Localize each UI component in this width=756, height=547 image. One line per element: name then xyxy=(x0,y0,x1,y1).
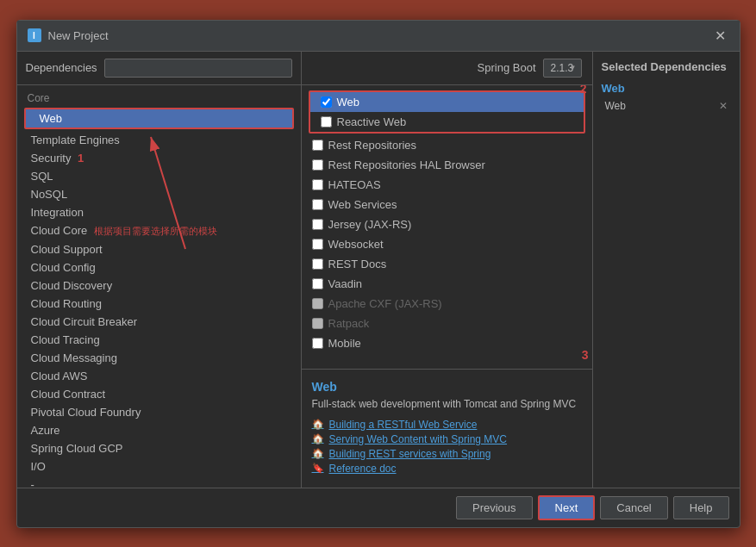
dep-item-web-services[interactable]: Web Services xyxy=(302,195,592,214)
left-header: Dependencies xyxy=(17,52,301,85)
dep-item-rest-repos-hal[interactable]: Rest Repositories HAL Browser xyxy=(302,155,592,175)
selected-dep-name: Web xyxy=(605,100,626,112)
dep-item-websocket[interactable]: Websocket xyxy=(302,234,592,254)
remove-web-button[interactable]: ✕ xyxy=(719,100,728,112)
sidebar-item-cloud-circuit-breaker[interactable]: Cloud Circuit Breaker xyxy=(17,313,301,331)
next-button[interactable]: Next xyxy=(538,495,596,520)
dep-item-rest-repos[interactable]: Rest Repositories xyxy=(302,135,592,155)
sidebar-item-cloud-support[interactable]: Cloud Support xyxy=(17,240,301,258)
bottom-bar: Previous Next Cancel Help xyxy=(17,488,740,527)
checkbox-rest-repos-hal[interactable] xyxy=(312,159,323,171)
bookmark-icon: 🔖 xyxy=(312,463,324,474)
content-area: Dependencies Core Web Template Engines S… xyxy=(17,52,740,488)
checkbox-rest-repos[interactable] xyxy=(312,140,323,151)
search-input[interactable] xyxy=(104,59,292,78)
sidebar-item-cloud-contract[interactable]: Cloud Contract xyxy=(17,385,301,403)
dep-item-web[interactable]: Web xyxy=(310,92,584,112)
dep-item-ratpack: Ratpack xyxy=(302,314,592,333)
dep-item-jersey[interactable]: Jersey (JAX-RS) xyxy=(302,214,592,234)
help-button[interactable]: Help xyxy=(673,496,729,519)
sidebar-item-nosql[interactable]: NoSQL xyxy=(17,185,301,203)
checkbox-hateoas[interactable] xyxy=(312,179,323,190)
sidebar-item-pivotal-cloud-foundry[interactable]: Pivotal Cloud Foundry xyxy=(17,403,301,421)
sidebar-item-cloud-aws[interactable]: Cloud AWS xyxy=(17,367,301,385)
checkbox-websocket[interactable] xyxy=(312,239,323,250)
desc-title: Web xyxy=(312,380,582,394)
version-wrapper: 2.1.3 2.1.2 2.0.9 xyxy=(543,59,582,78)
checkbox-web[interactable] xyxy=(321,96,332,108)
version-select[interactable]: 2.1.3 2.1.2 2.0.9 xyxy=(543,59,582,78)
sidebar-item-dash[interactable]: - xyxy=(17,476,301,488)
home-icon-3: 🏠 xyxy=(312,448,324,459)
checkbox-rest-docs[interactable] xyxy=(312,258,323,270)
mid-panel: Spring Boot 2.1.3 2.1.2 2.0.9 Web xyxy=(302,52,593,488)
sidebar-item-cloud-routing[interactable]: Cloud Routing xyxy=(17,295,301,313)
home-icon-2: 🏠 xyxy=(312,433,324,444)
category-core: Core xyxy=(17,89,301,106)
sidebar-item-io[interactable]: I/O xyxy=(17,457,301,476)
sidebar-item-cloud-messaging[interactable]: Cloud Messaging xyxy=(17,349,301,367)
sidebar-item-cloud-discovery[interactable]: Cloud Discovery xyxy=(17,277,301,295)
new-project-dialog: I New Project ✕ Dependencies Core Web Te… xyxy=(16,20,740,528)
sidebar-item-spring-cloud-gcp[interactable]: Spring Cloud GCP xyxy=(17,439,301,457)
web-outlined-group: Web xyxy=(24,108,294,129)
dep-item-mobile[interactable]: Mobile xyxy=(302,333,592,353)
left-list: Core Web Template Engines Security 1 SQL… xyxy=(17,85,301,488)
checkbox-vaadin[interactable] xyxy=(312,278,323,289)
dep-item-rest-docs[interactable]: REST Docs xyxy=(302,254,592,274)
selected-dep-item-web: Web ✕ xyxy=(602,98,731,114)
checkbox-reactive-web[interactable] xyxy=(321,116,332,127)
close-button[interactable]: ✕ xyxy=(711,28,729,44)
desc-link-2[interactable]: 🏠 Serving Web Content with Spring MVC xyxy=(312,433,582,445)
desc-link-1[interactable]: 🏠 Building a RESTful Web Service xyxy=(312,419,582,431)
desc-link-4[interactable]: 🔖 Reference doc xyxy=(312,463,582,475)
sidebar-item-cloud-config[interactable]: Cloud Config xyxy=(17,258,301,277)
sidebar-item-sql[interactable]: SQL xyxy=(17,167,301,185)
sidebar-item-web[interactable]: Web xyxy=(26,109,292,127)
annotation-3: 3 xyxy=(582,348,589,362)
checkbox-apache-cxf xyxy=(312,298,323,309)
sidebar-item-security[interactable]: Security 1 xyxy=(17,149,301,167)
desc-link-3[interactable]: 🏠 Building REST services with Spring xyxy=(312,448,582,460)
sidebar-item-azure[interactable]: Azure xyxy=(17,421,301,439)
dep-item-vaadin[interactable]: Vaadin xyxy=(302,274,592,294)
checkbox-ratpack xyxy=(312,318,323,329)
right-panel: Selected Dependencies Web Web ✕ xyxy=(593,52,740,488)
mid-description: Web Full-stack web development with Tomc… xyxy=(302,369,592,488)
mid-scroll-area: Web Reactive Web 2 Rest Repositories Res… xyxy=(302,85,592,369)
checkbox-mobile[interactable] xyxy=(312,338,323,349)
dependencies-label: Dependencies xyxy=(26,61,97,74)
dialog-title: New Project xyxy=(48,29,109,42)
dep-outlined-group: Web Reactive Web 2 xyxy=(309,90,585,134)
previous-button[interactable]: Previous xyxy=(456,496,533,519)
sidebar-item-template-engines[interactable]: Template Engines xyxy=(17,131,301,149)
title-bar: I New Project ✕ xyxy=(17,21,740,52)
dep-item-apache-cxf: Apache CXF (JAX-RS) xyxy=(302,294,592,314)
sidebar-item-cloud-core[interactable]: Cloud Core 根据项目需要选择所需的模块 xyxy=(17,221,301,240)
app-icon: I xyxy=(28,28,41,42)
checkbox-web-services[interactable] xyxy=(312,199,323,210)
dep-item-hateoas[interactable]: HATEOAS xyxy=(302,175,592,195)
right-panel-title: Selected Dependencies xyxy=(602,60,731,73)
mid-top: Spring Boot 2.1.3 2.1.2 2.0.9 xyxy=(302,52,592,85)
title-bar-left: I New Project xyxy=(28,28,109,42)
dep-item-reactive-web[interactable]: Reactive Web xyxy=(310,112,584,132)
checkbox-jersey[interactable] xyxy=(312,219,323,230)
selected-dep-group-title: Web xyxy=(602,82,731,95)
home-icon-1: 🏠 xyxy=(312,419,324,430)
left-panel: Dependencies Core Web Template Engines S… xyxy=(17,52,302,488)
cancel-button[interactable]: Cancel xyxy=(600,496,667,519)
sidebar-item-integration[interactable]: Integration xyxy=(17,203,301,221)
desc-text: Full-stack web development with Tomcat a… xyxy=(312,397,582,412)
sidebar-item-cloud-tracing[interactable]: Cloud Tracing xyxy=(17,331,301,349)
selected-dep-group-web: Web Web ✕ xyxy=(602,82,731,114)
spring-boot-label: Spring Boot xyxy=(478,61,536,74)
